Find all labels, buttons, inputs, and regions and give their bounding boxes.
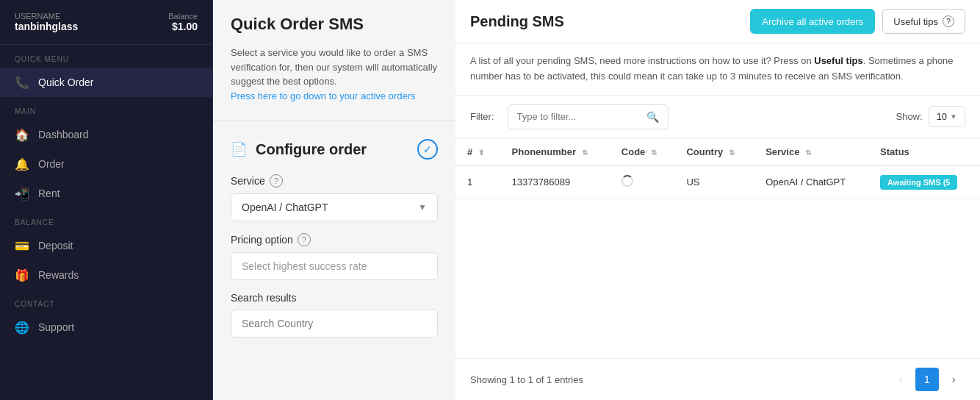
sidebar-item-label: Quick Order (38, 76, 93, 88)
search-icon: 🔍 (646, 111, 659, 123)
deposit-icon: 💳 (15, 238, 29, 253)
configure-check-icon: ✓ (417, 139, 438, 160)
cell-id: 1 (455, 165, 500, 199)
show-row: Show: 10 ▼ (896, 106, 965, 127)
quick-menu-section-title: QUICK MENU (0, 45, 212, 68)
page-1-button[interactable]: 1 (915, 368, 939, 391)
status-badge: Awaiting SMS (5 (880, 175, 957, 190)
prev-page-button[interactable]: ‹ (889, 368, 912, 391)
main-section-title: MAIN (0, 97, 212, 120)
table-footer: Showing 1 to 1 of 1 entries ‹ 1 › (455, 358, 980, 400)
sort-icon: ⬆ (478, 149, 484, 157)
sms-table-container: # ⬆ Phonenumber ⇅ Code ⇅ Country ⇅ Servi (455, 139, 980, 358)
sidebar-item-dashboard[interactable]: 🏠 Dashboard (0, 120, 212, 149)
document-icon: 📄 (231, 141, 247, 157)
question-circle-icon: ? (943, 15, 954, 27)
useful-tips-button[interactable]: Useful tips ? (882, 9, 965, 34)
loading-spinner-icon (621, 175, 633, 187)
balance-value: $1.00 (168, 21, 198, 32)
useful-tips-label: Useful tips (893, 16, 938, 27)
sort-icon: ⇅ (729, 149, 735, 157)
scroll-to-orders-link[interactable]: Press here to go down to your active ord… (231, 90, 415, 101)
service-field-label: Service ? (231, 174, 438, 188)
pending-sms-panel: Pending SMS Archive all active orders Us… (455, 0, 980, 400)
show-label: Show: (896, 111, 922, 122)
configure-header: 📄 Configure order ✓ (231, 139, 438, 160)
col-service: Service ⇅ (754, 139, 868, 165)
service-help-icon[interactable]: ? (270, 174, 283, 188)
configure-title-text: Configure order (256, 141, 367, 158)
pricing-dropdown-placeholder: Select highest success rate (242, 260, 367, 272)
cell-service: OpenAI / ChatGPT (754, 165, 868, 199)
order-icon: 🔔 (15, 157, 29, 171)
filter-input-wrapper: 🔍 (508, 104, 669, 129)
phone-icon: 📞 (15, 75, 29, 90)
username-label: Username (15, 12, 78, 21)
balance-label: Balance (168, 12, 198, 21)
desc-text: A list of all your pending SMS, need mor… (470, 55, 814, 66)
showing-entries-text: Showing 1 to 1 of 1 entries (470, 374, 583, 385)
col-code: Code ⇅ (610, 139, 675, 165)
sidebar-item-label: Deposit (38, 240, 73, 251)
next-page-button[interactable]: › (942, 368, 965, 391)
contact-section-title: CONTACT (0, 290, 212, 312)
sort-icon: ⇅ (582, 149, 588, 157)
quick-order-desc-text: Select a service you would like to order… (231, 47, 437, 87)
col-id: # ⬆ (455, 139, 500, 165)
rewards-icon: 🎁 (15, 268, 29, 282)
col-country: Country ⇅ (674, 139, 754, 165)
username-value: tanbinhglass (15, 21, 78, 32)
sidebar-item-quick-order[interactable]: 📞 Quick Order (0, 68, 212, 97)
desc-bold: Useful tips (814, 55, 862, 66)
filter-label: Filter: (470, 111, 494, 122)
cell-status: Awaiting SMS (5 (868, 165, 980, 199)
quick-order-panel: Quick Order SMS Select a service you wou… (213, 0, 455, 400)
sort-icon: ⇅ (805, 149, 811, 157)
col-phone: Phonenumber ⇅ (500, 139, 610, 165)
cell-code (610, 165, 675, 199)
pricing-help-icon[interactable]: ? (298, 233, 311, 246)
table-row: 1 13373786089 US OpenAI / ChatGPT Awaiti… (455, 165, 980, 199)
sidebar-item-rent[interactable]: 📲 Rent (0, 179, 212, 208)
balance-section-title: BALANCE (0, 208, 212, 231)
sidebar-item-label: Rent (38, 188, 60, 199)
service-dropdown[interactable]: OpenAI / ChatGPT ▼ (231, 193, 438, 221)
service-label-text: Service (231, 175, 265, 187)
pending-sms-description: A list of all your pending SMS, need mor… (455, 43, 980, 96)
chevron-down-icon: ▼ (950, 113, 957, 121)
home-icon: 🏠 (15, 127, 29, 142)
table-header-row: # ⬆ Phonenumber ⇅ Code ⇅ Country ⇅ Servi (455, 139, 980, 165)
configure-order-section: 📄 Configure order ✓ Service ? OpenAI / C… (213, 127, 455, 349)
pricing-dropdown[interactable]: Select highest success rate (231, 252, 438, 280)
rent-icon: 📲 (15, 186, 29, 201)
sidebar-item-rewards[interactable]: 🎁 Rewards (0, 260, 212, 290)
search-country-input[interactable] (231, 310, 438, 338)
cell-phone: 13373786089 (500, 165, 610, 199)
quick-order-description: Select a service you would like to order… (213, 46, 455, 115)
sms-table: # ⬆ Phonenumber ⇅ Code ⇅ Country ⇅ Servi (455, 139, 980, 199)
main-content: Quick Order SMS Select a service you wou… (213, 0, 980, 400)
header-buttons: Archive all active orders Useful tips ? (750, 9, 965, 34)
archive-all-button[interactable]: Archive all active orders (750, 9, 875, 34)
sidebar-item-label: Rewards (38, 269, 79, 281)
sidebar-item-deposit[interactable]: 💳 Deposit (0, 231, 212, 260)
pending-sms-header: Pending SMS Archive all active orders Us… (455, 0, 980, 43)
show-select[interactable]: 10 ▼ (929, 106, 965, 127)
pending-sms-title: Pending SMS (470, 13, 564, 30)
service-dropdown-value: OpenAI / ChatGPT (242, 201, 328, 213)
chevron-down-icon: ▼ (418, 202, 427, 213)
sidebar-item-label: Dashboard (38, 129, 89, 140)
support-icon: 🌐 (15, 320, 29, 335)
sidebar-item-order[interactable]: 🔔 Order (0, 149, 212, 179)
filter-input[interactable] (517, 111, 641, 122)
quick-order-title: Quick Order SMS (213, 0, 455, 46)
sidebar-item-support[interactable]: 🌐 Support (0, 312, 212, 342)
filter-row: Filter: 🔍 Show: 10 ▼ (455, 96, 980, 139)
sidebar: Username tanbinhglass Balance $1.00 QUIC… (0, 0, 213, 400)
pricing-field-label: Pricing option ? (231, 233, 438, 246)
pricing-label-text: Pricing option (231, 234, 293, 246)
sidebar-item-label: Order (38, 158, 65, 170)
search-results-label: Search results (231, 292, 438, 304)
sidebar-item-label: Support (38, 321, 74, 333)
configure-title: 📄 Configure order (231, 141, 367, 158)
